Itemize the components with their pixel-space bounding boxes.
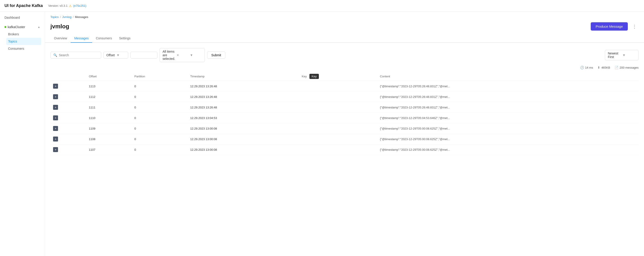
- content-cell: {"@timestamp":"2023-12-29T05:00:08.625Z"…: [377, 123, 638, 134]
- expand-cell: +: [50, 113, 86, 123]
- key-cell: [299, 92, 377, 102]
- partition-cell: 0: [132, 81, 188, 92]
- expand-button[interactable]: +: [53, 105, 58, 110]
- offset-cell: 1112: [86, 92, 132, 102]
- expand-cell: +: [50, 144, 86, 155]
- col-key: Key Key: [299, 72, 377, 81]
- content-cell: {"@timestamp":"2023-12-29T05:04:53.646Z"…: [377, 113, 638, 123]
- stat-messages: 📄 200 messages: [614, 66, 638, 69]
- expand-button[interactable]: +: [53, 126, 58, 131]
- partition-dropdown-arrow: ▼: [190, 53, 202, 57]
- toolbar-right: Newest First ▼: [605, 50, 638, 60]
- tab-overview[interactable]: Overview: [50, 34, 70, 43]
- clock-icon: 🕐: [580, 66, 584, 69]
- page-header: jvmlog Produce Message ⋮: [45, 20, 644, 34]
- tabs-container: Overview Messages Consumers Settings: [45, 34, 644, 43]
- expand-button[interactable]: +: [53, 147, 58, 152]
- stats-row: 🕐 14 ms ⬇ 465KB 📄 200 messages: [45, 65, 644, 72]
- table-row: + 1107 0 12.29.2023 13:00:08 {"@timestam…: [50, 144, 638, 155]
- sidebar: Dashboard kafkaCluster ▲ Brokers Topics …: [0, 12, 45, 256]
- sort-dropdown[interactable]: Newest First ▼: [605, 50, 638, 60]
- warning-icon: ⚠: [69, 4, 72, 8]
- tab-messages[interactable]: Messages: [70, 34, 92, 43]
- sort-dropdown-arrow: ▼: [622, 53, 636, 57]
- content-cell: {"@timestamp":"2023-12-29T05:26:48.831Z"…: [377, 81, 638, 92]
- sidebar-item-dashboard[interactable]: Dashboard: [0, 14, 45, 22]
- tab-consumers[interactable]: Consumers: [92, 34, 116, 43]
- download-icon: ⬇: [598, 66, 600, 69]
- col-content: Content: [377, 72, 638, 81]
- offset-cell: 1108: [86, 134, 132, 144]
- col-offset: Offset: [86, 72, 132, 81]
- expand-button[interactable]: +: [53, 136, 58, 142]
- table-row: + 1110 0 12.29.2023 13:04:53 {"@timestam…: [50, 113, 638, 123]
- cluster-name: kafkaCluster: [4, 25, 25, 29]
- stat-size-value: 465KB: [601, 66, 610, 69]
- timestamp-cell: 12.29.2023 13:26:48: [188, 102, 299, 113]
- partition-clear-icon[interactable]: ✕: [176, 53, 188, 57]
- offset-cell: 1110: [86, 113, 132, 123]
- messages-table: Offset Partition Timestamp Key Key Conte…: [50, 72, 638, 155]
- partition-cell: 0: [132, 113, 188, 123]
- expand-button[interactable]: +: [53, 84, 58, 89]
- messages-icon: 📄: [614, 66, 618, 69]
- search-input[interactable]: [59, 53, 98, 57]
- breadcrumb-topic-link[interactable]: Jvmlog: [62, 15, 71, 19]
- partition-select[interactable]: All items are selected. ✕ ▼: [160, 48, 205, 62]
- sidebar-item-topics[interactable]: Topics: [6, 38, 41, 45]
- content-cell: {"@timestamp":"2023-12-29T05:26:48.831Z"…: [377, 102, 638, 113]
- submit-button[interactable]: Submit: [207, 52, 226, 59]
- tab-settings[interactable]: Settings: [116, 34, 134, 43]
- partition-cell: 0: [132, 123, 188, 134]
- expand-button[interactable]: +: [53, 116, 58, 120]
- stat-time-value: 14 ms: [585, 66, 593, 69]
- timestamp-cell: 12.29.2023 13:00:08: [188, 123, 299, 134]
- cluster-header[interactable]: kafkaCluster ▲: [4, 24, 41, 30]
- more-options-button[interactable]: ⋮: [630, 23, 638, 30]
- col-partition: Partition: [132, 72, 188, 81]
- top-header: UI for Apache Kafka Version: v0.3.1 ⚠ (e…: [0, 0, 644, 12]
- expand-cell: +: [50, 102, 86, 113]
- table-row: + 1112 0 12.29.2023 13:26:48 {"@timestam…: [50, 92, 638, 102]
- sidebar-item-brokers[interactable]: Brokers: [6, 30, 41, 38]
- offset-dropdown-arrow: ▼: [116, 53, 125, 57]
- table-container: Offset Partition Timestamp Key Key Conte…: [45, 72, 644, 155]
- table-row: + 1113 0 12.29.2023 13:26:48 {"@timestam…: [50, 81, 638, 92]
- offset-cell: 1107: [86, 144, 132, 155]
- page-title: jvmlog: [50, 23, 69, 30]
- key-cell: [299, 81, 377, 92]
- partition-cell: 0: [132, 92, 188, 102]
- offset-cell: 1109: [86, 123, 132, 134]
- partition-cell: 0: [132, 144, 188, 155]
- expand-button[interactable]: +: [53, 94, 58, 99]
- commit-link[interactable]: (e75c251): [73, 4, 86, 8]
- stat-messages-value: 200 messages: [620, 66, 638, 69]
- expand-cell: +: [50, 81, 86, 92]
- offset-value-input[interactable]: [130, 52, 158, 58]
- content-cell: {"@timestamp":"2023-12-29T05:00:08.625Z"…: [377, 144, 638, 155]
- stat-size: ⬇ 465KB: [598, 66, 610, 69]
- toolbar: 🔍 Offset ▼ All items are selected. ✕ ▼ S…: [45, 46, 644, 65]
- offset-dropdown[interactable]: Offset ▼: [104, 52, 128, 58]
- breadcrumb-current: Messages: [75, 15, 88, 19]
- search-icon: 🔍: [53, 53, 57, 57]
- col-expand: [50, 72, 86, 81]
- content-cell: {"@timestamp":"2023-12-29T05:26:48.831Z"…: [377, 92, 638, 102]
- table-row: + 1111 0 12.29.2023 13:26:48 {"@timestam…: [50, 102, 638, 113]
- partition-select-label: All items are selected.: [162, 50, 175, 60]
- main-layout: Dashboard kafkaCluster ▲ Brokers Topics …: [0, 12, 644, 256]
- table-row: + 1109 0 12.29.2023 13:00:08 {"@timestam…: [50, 123, 638, 134]
- timestamp-cell: 12.29.2023 13:26:48: [188, 92, 299, 102]
- key-tooltip: Key: [310, 74, 319, 79]
- produce-message-button[interactable]: Produce Message: [591, 22, 628, 30]
- timestamp-cell: 12.29.2023 13:04:53: [188, 113, 299, 123]
- sidebar-item-consumers[interactable]: Consumers: [6, 45, 41, 52]
- offset-cell: 1111: [86, 102, 132, 113]
- col-timestamp: Timestamp: [188, 72, 299, 81]
- cluster-name-label: kafkaCluster: [8, 25, 25, 29]
- breadcrumb-topics-link[interactable]: Topics: [50, 15, 59, 19]
- key-cell: [299, 113, 377, 123]
- cluster-collapse-icon: ▲: [38, 26, 40, 28]
- breadcrumb: Topics / Jvmlog / Messages: [45, 12, 644, 20]
- expand-cell: +: [50, 92, 86, 102]
